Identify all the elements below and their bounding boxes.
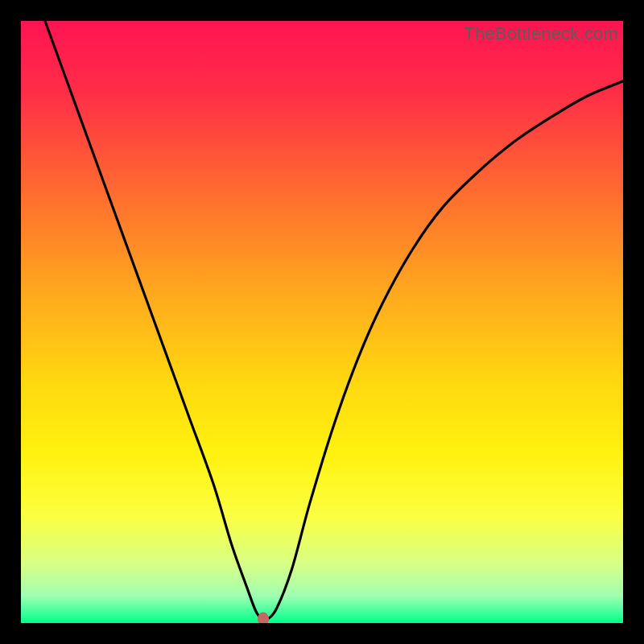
bottleneck-curve — [21, 21, 623, 623]
optimal-point-marker — [258, 612, 269, 623]
chart-frame: TheBottleneck.com — [0, 0, 644, 644]
plot-area: TheBottleneck.com — [21, 21, 623, 623]
